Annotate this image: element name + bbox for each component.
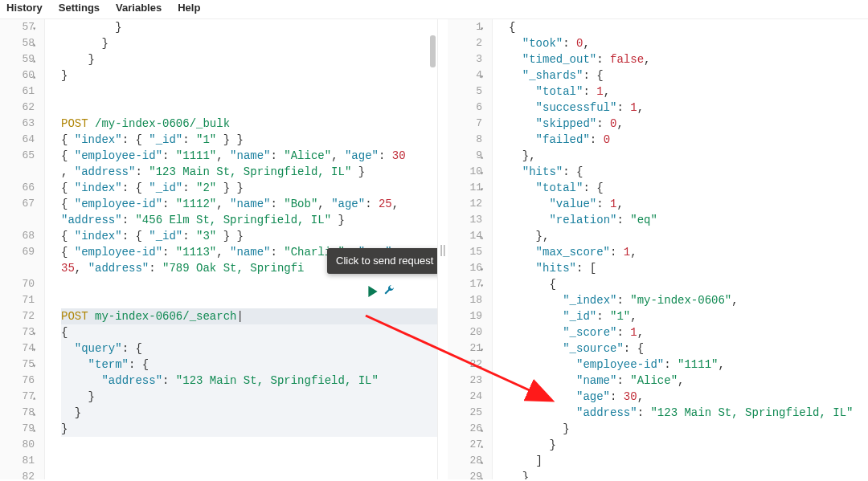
menu-settings[interactable]: Settings [59, 2, 100, 14]
gutter-right: 1▾234▾56789▴10▾11▾121314▴1516▾17▾1819202… [448, 19, 493, 479]
pane-splitter[interactable]: || [438, 19, 448, 479]
request-options-icon[interactable] [383, 284, 395, 302]
gutter-left: 57▾58▴59▴60▴61626364656667686970717273▾7… [0, 19, 45, 479]
menubar: History Settings Variables Help [0, 0, 868, 19]
response-viewer[interactable]: 1▾234▾56789▴10▾11▾121314▴1516▾17▾1819202… [448, 19, 868, 479]
run-request-icon[interactable] [367, 286, 379, 297]
send-request-tooltip: Click to send request [327, 248, 438, 274]
code-right: { "took": 0, "timed_out": false, "_shard… [493, 19, 868, 479]
request-editor[interactable]: 57▾58▴59▴60▴61626364656667686970717273▾7… [0, 19, 438, 479]
menu-history[interactable]: History [6, 2, 43, 14]
scrollbar-thumb[interactable] [430, 35, 436, 67]
menu-help[interactable]: Help [178, 2, 200, 14]
menu-variables[interactable]: Variables [116, 2, 162, 14]
